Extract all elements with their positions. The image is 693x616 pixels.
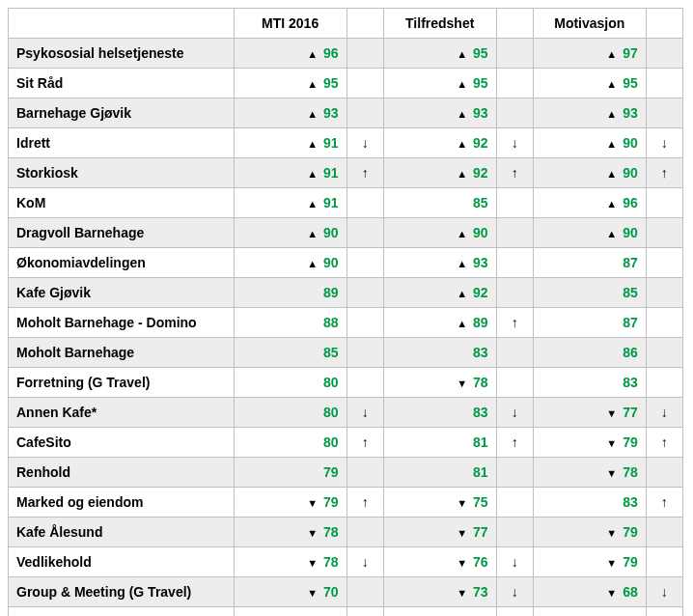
mti-value: ▲ 93 (234, 98, 346, 128)
mti-trend (346, 98, 383, 128)
tilfredshet-value: 81 (383, 428, 496, 458)
header-mti: MTI 2016 (234, 9, 346, 39)
mti-trend (346, 248, 383, 278)
mti-value: 80 (234, 368, 346, 398)
motivasjon-trend (646, 218, 682, 248)
motivasjon-trend (646, 458, 682, 488)
row-name: Økonomiavdelingen (9, 248, 235, 278)
header-motivasjon: Motivasjon (533, 9, 646, 39)
triangle-down-icon: ▼ (606, 467, 617, 479)
motivasjon-value: 83 (533, 368, 646, 398)
triangle-up-icon: ▲ (457, 258, 467, 269)
tilfredshet-value: ▲ 90 (383, 218, 496, 248)
row-name: Kafe Ålesund (9, 518, 235, 547)
motivasjon-trend: ↑ (646, 158, 682, 188)
tilfredshet-trend: ↑ (496, 158, 533, 188)
mti-trend (346, 308, 383, 338)
table-row: Marked og eiendom▼ 79↑▼ 7583↑ (9, 488, 683, 518)
triangle-down-icon: ▼ (307, 557, 318, 569)
tilfredshet-trend: ↓ (496, 128, 533, 158)
tilfredshet-trend (496, 458, 533, 488)
triangle-down-icon: ▼ (307, 527, 318, 539)
mti-trend: ↓ (346, 547, 383, 577)
mti-value: ▲ 90 (234, 248, 346, 278)
triangle-up-icon: ▲ (606, 198, 617, 210)
table-row: KoM▲ 9185▲ 96 (9, 188, 683, 218)
tilfredshet-value: ▲ 95 (383, 39, 496, 69)
tilfredshet-trend: ↓ (496, 547, 533, 577)
tilfredshet-trend (496, 188, 533, 218)
row-name: Moholt Barnehage (9, 338, 235, 368)
data-table: MTI 2016 Tilfredshet Motivasjon Psykosos… (8, 8, 683, 616)
arrow-up-icon: ↑ (362, 434, 369, 450)
row-name: Storkiosk (9, 158, 235, 188)
motivasjon-trend (646, 518, 682, 547)
triangle-up-icon: ▲ (457, 48, 467, 60)
mti-value: ▼ 70 (234, 577, 346, 607)
table-row: Barnehage Gjøvik▲ 93▲ 93▲ 93 (9, 98, 683, 128)
tilfredshet-trend (496, 338, 533, 368)
row-name: Vedlikehold (9, 547, 235, 577)
mti-value: ▲ 91 (234, 188, 346, 218)
triangle-down-icon: ▼ (457, 527, 467, 539)
arrow-down-icon: ↓ (362, 135, 369, 151)
mti-trend (346, 518, 383, 547)
triangle-up-icon: ▲ (307, 168, 318, 180)
mti-trend (346, 607, 383, 617)
triangle-up-icon: ▲ (307, 78, 318, 90)
triangle-down-icon: ▼ (606, 437, 617, 449)
row-name: Group & Meeting (G Travel) (9, 577, 235, 607)
triangle-up-icon: ▲ (606, 108, 617, 120)
header-tilfredshet-arrow (496, 9, 533, 39)
tilfredshet-trend (496, 278, 533, 308)
row-name: CafeSito (9, 428, 235, 458)
tilfredshet-trend: ↓ (496, 607, 533, 617)
triangle-up-icon: ▲ (457, 78, 467, 90)
triangle-up-icon: ▲ (606, 168, 617, 180)
mti-trend (346, 69, 383, 98)
tilfredshet-trend (496, 69, 533, 98)
tilfredshet-trend (496, 98, 533, 128)
table-row: Sit Råd▲ 95▲ 95▲ 95 (9, 69, 683, 98)
table-row: Økonomiavdelingen▲ 90▲ 9387 (9, 248, 683, 278)
mti-value: ▼ 78 (234, 518, 346, 547)
arrow-down-icon: ↓ (661, 135, 668, 151)
arrow-down-icon: ↓ (661, 405, 668, 420)
triangle-up-icon: ▲ (457, 318, 467, 329)
tilfredshet-value: ▲ 93 (383, 248, 496, 278)
motivasjon-trend (646, 248, 682, 278)
motivasjon-trend (646, 69, 682, 98)
motivasjon-trend (646, 338, 682, 368)
header-row: MTI 2016 Tilfredshet Motivasjon (9, 9, 683, 39)
mti-value: ▼ 79 (234, 488, 346, 518)
motivasjon-trend (646, 39, 682, 69)
row-name: Psykososial helsetjeneste (9, 39, 235, 69)
motivasjon-value: ▼ 76 (533, 607, 646, 617)
motivasjon-value: ▲ 95 (533, 69, 646, 98)
row-name: Marked og eiendom (9, 488, 235, 518)
table-row: Vedlikehold▼ 78↓▼ 76↓▼ 79 (9, 547, 683, 577)
triangle-up-icon: ▲ (307, 198, 318, 210)
motivasjon-trend: ↑ (646, 488, 682, 518)
table-row: Group & Meeting (G Travel)▼ 70▼ 73↓▼ 68↓ (9, 577, 683, 607)
row-name: Annen Kafe* (9, 398, 235, 428)
tilfredshet-value: 85 (383, 188, 496, 218)
row-name: Sit Råd (9, 69, 235, 98)
mti-trend (346, 278, 383, 308)
triangle-down-icon: ▼ (457, 587, 467, 599)
row-name: Storkantiner (Trondheim)** (9, 607, 235, 617)
motivasjon-value: 85 (533, 278, 646, 308)
motivasjon-value: ▼ 68 (533, 577, 646, 607)
arrow-down-icon: ↓ (512, 584, 518, 600)
mti-value: 89 (234, 278, 346, 308)
arrow-up-icon: ↑ (661, 165, 668, 181)
motivasjon-value: ▼ 77 (533, 398, 646, 428)
tilfredshet-value: ▼ 75 (383, 488, 496, 518)
arrow-down-icon: ↓ (661, 584, 668, 600)
triangle-down-icon: ▼ (606, 407, 617, 419)
motivasjon-value: ▼ 79 (533, 547, 646, 577)
arrow-up-icon: ↑ (362, 494, 369, 510)
table-row: Storkantiner (Trondheim)**▼ 69▼ 63↓▼ 76 (9, 607, 683, 617)
mti-value: ▲ 96 (234, 39, 346, 69)
arrow-up-icon: ↑ (661, 494, 668, 510)
